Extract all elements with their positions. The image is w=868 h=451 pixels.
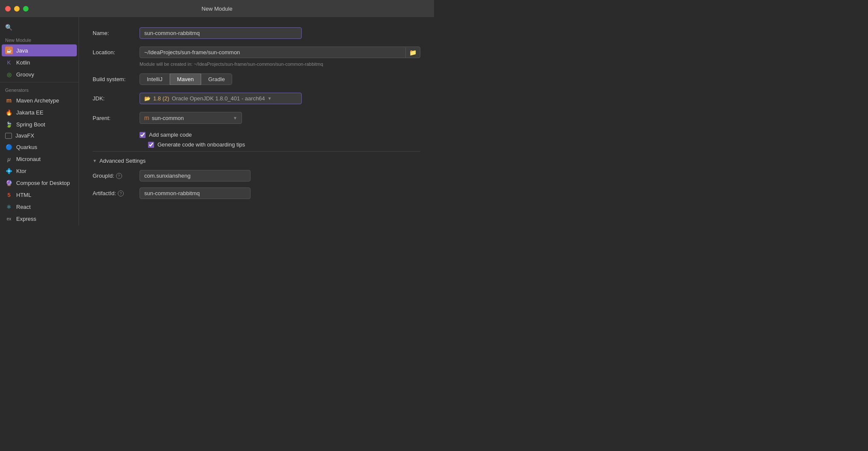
sidebar-item-label-java: Java	[16, 47, 28, 54]
compose-desktop-icon: 🔮	[5, 179, 13, 187]
sidebar-item-groovy[interactable]: ◎ Groovy	[0, 68, 79, 80]
sidebar-item-label-ktor: Ktor	[16, 168, 26, 174]
advanced-arrow-icon: ▼	[93, 158, 97, 163]
javafx-icon	[5, 133, 12, 139]
quarkus-icon: 🔵	[5, 143, 13, 151]
sample-code-row: Add sample code	[140, 132, 420, 138]
search-icon: 🔍	[5, 24, 12, 31]
traffic-lights	[5, 6, 29, 12]
sidebar-item-micronaut[interactable]: μ Micronaut	[0, 153, 79, 165]
maven-build-button[interactable]: Maven	[170, 73, 201, 85]
right-panel: Name: Location: 📁 Module will be created…	[79, 17, 434, 226]
jdk-select[interactable]: 📂 1.8 (2) Oracle OpenJDK 1.8.0_401 - aar…	[140, 93, 302, 104]
artifactid-row: ArtifactId: ?	[93, 187, 420, 199]
express-icon: ex	[5, 215, 13, 223]
sidebar-divider	[0, 82, 79, 82]
location-input[interactable]	[140, 47, 405, 58]
sidebar-item-label-compose-desktop: Compose for Desktop	[16, 180, 70, 186]
sidebar-item-maven-archetype[interactable]: m Maven Archetype	[0, 94, 79, 106]
jdk-version: 1.8 (2)	[153, 95, 169, 102]
spring-boot-icon: 🍃	[5, 120, 13, 128]
advanced-section: ▼ Advanced Settings GroupId: ? ArtifactI…	[93, 151, 420, 199]
close-button[interactable]	[5, 6, 11, 12]
parent-label: Parent:	[93, 115, 140, 121]
sidebar-item-spring-boot[interactable]: 🍃 Spring Boot	[0, 118, 79, 130]
sample-code-label: Add sample code	[149, 132, 192, 138]
parent-row: Parent: m sun-common ▼	[93, 112, 420, 124]
gradle-build-button[interactable]: Gradle	[201, 73, 232, 85]
sidebar-item-label-quarkus: Quarkus	[16, 144, 37, 150]
react-icon: ⚛	[5, 203, 13, 211]
sidebar-item-label-javafx: JavaFX	[15, 132, 34, 139]
ktor-icon: 💠	[5, 167, 13, 175]
sidebar-item-express[interactable]: ex Express	[0, 213, 79, 225]
sidebar-item-quarkus[interactable]: 🔵 Quarkus	[0, 141, 79, 153]
browse-button[interactable]: 📁	[405, 47, 420, 58]
location-label: Location:	[93, 49, 140, 56]
advanced-label: Advanced Settings	[99, 158, 146, 164]
sidebar-item-angular-cli[interactable]: ▲ Angular CLI	[0, 225, 79, 226]
onboarding-label: Generate code with onboarding tips	[157, 141, 245, 148]
artifactid-label: ArtifactId: ?	[93, 190, 140, 196]
parent-dropdown-arrow: ▼	[233, 116, 237, 120]
maven-archetype-icon: m	[5, 97, 13, 104]
advanced-header[interactable]: ▼ Advanced Settings	[93, 151, 420, 164]
title-bar: New Module	[0, 0, 434, 17]
sidebar-item-label-express: Express	[16, 216, 36, 222]
artifactid-input[interactable]	[140, 187, 250, 199]
sidebar: 🔍 New Module ☕ Java K Kotlin ◎ Groovy Ge…	[0, 17, 79, 226]
html-icon: 5	[5, 191, 13, 199]
minimize-button[interactable]	[14, 6, 20, 12]
groupid-help-icon[interactable]: ?	[116, 173, 122, 179]
sidebar-item-html[interactable]: 5 HTML	[0, 189, 79, 201]
sidebar-item-javafx[interactable]: JavaFX	[0, 130, 79, 141]
sidebar-item-react[interactable]: ⚛ React	[0, 201, 79, 213]
parent-text: sun-common	[152, 115, 230, 121]
sidebar-item-label-maven-archetype: Maven Archetype	[16, 97, 59, 104]
jdk-dropdown-arrow: ▼	[268, 96, 272, 101]
sidebar-item-java[interactable]: ☕ Java	[2, 44, 77, 56]
window-title: New Module	[201, 6, 232, 12]
groovy-icon: ◎	[5, 70, 13, 78]
groupid-input[interactable]	[140, 170, 250, 182]
sample-code-checkbox[interactable]	[140, 132, 146, 138]
groupid-label: GroupId: ?	[93, 173, 140, 179]
location-row: Location: 📁	[93, 47, 420, 58]
kotlin-icon: K	[5, 59, 13, 66]
build-system-row: Build system: IntelliJ Maven Gradle	[93, 73, 420, 85]
sidebar-item-kotlin[interactable]: K Kotlin	[0, 56, 79, 68]
sidebar-item-label-spring-boot: Spring Boot	[16, 121, 45, 128]
sidebar-item-label-kotlin: Kotlin	[16, 59, 30, 66]
name-label: Name:	[93, 30, 140, 36]
sidebar-item-ktor[interactable]: 💠 Ktor	[0, 165, 79, 177]
artifactid-help-icon[interactable]: ?	[118, 190, 124, 196]
parent-icon: m	[144, 114, 149, 121]
new-module-label: New Module	[0, 34, 79, 44]
jdk-folder-icon: 📂	[144, 96, 151, 102]
groupid-row: GroupId: ?	[93, 170, 420, 182]
sidebar-item-label-html: HTML	[16, 192, 31, 198]
main-content: 🔍 New Module ☕ Java K Kotlin ◎ Groovy Ge…	[0, 17, 434, 226]
micronaut-icon: μ	[5, 155, 13, 163]
sidebar-item-jakarta-ee[interactable]: 🔥 Jakarta EE	[0, 106, 79, 118]
jdk-label: JDK:	[93, 95, 140, 102]
sidebar-item-label-groovy: Groovy	[16, 71, 34, 78]
sidebar-item-label-micronaut: Micronaut	[16, 156, 41, 162]
sidebar-item-label-react: React	[16, 204, 31, 210]
onboarding-checkbox[interactable]	[148, 142, 154, 148]
sidebar-item-compose-desktop[interactable]: 🔮 Compose for Desktop	[0, 177, 79, 189]
onboarding-row: Generate code with onboarding tips	[148, 141, 420, 148]
jdk-detail: Oracle OpenJDK 1.8.0_401 - aarch64	[172, 95, 265, 102]
sidebar-item-label-jakarta-ee: Jakarta EE	[16, 109, 44, 116]
generators-label: Generators	[0, 84, 79, 94]
module-path-note: Module will be created in: ~/IdeaProject…	[140, 62, 420, 67]
name-row: Name:	[93, 27, 420, 39]
name-input[interactable]	[140, 27, 302, 39]
jakarta-ee-icon: 🔥	[5, 108, 13, 116]
intellij-build-button[interactable]: IntelliJ	[140, 73, 170, 85]
maximize-button[interactable]	[23, 6, 29, 12]
build-system-group: IntelliJ Maven Gradle	[140, 73, 232, 85]
search-area[interactable]: 🔍	[0, 20, 79, 34]
java-icon: ☕	[5, 47, 13, 54]
parent-select[interactable]: m sun-common ▼	[140, 112, 242, 124]
